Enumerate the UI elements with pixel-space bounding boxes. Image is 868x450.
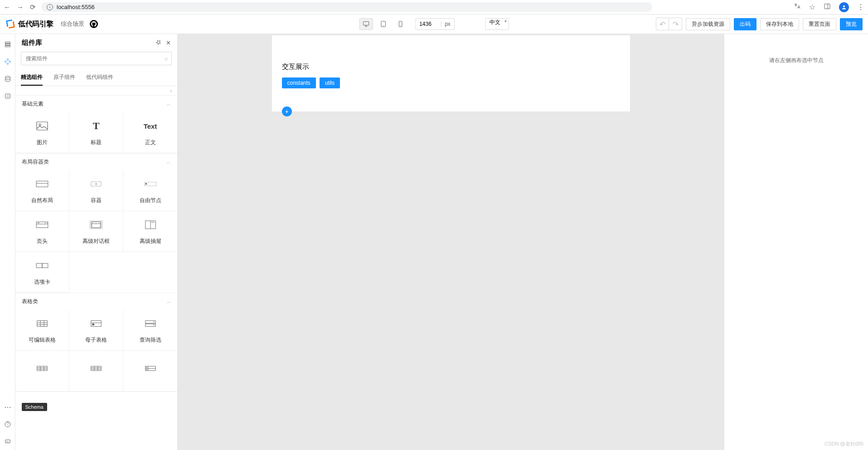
undo-button[interactable]: ↶: [656, 18, 669, 30]
github-icon[interactable]: [90, 20, 98, 28]
browser-actions: ☆ ⋮: [794, 2, 864, 12]
width-unit: px: [441, 21, 454, 27]
tab-lowcode[interactable]: 低代码组件: [86, 70, 113, 86]
undo-redo-group: ↶ ↷: [656, 18, 682, 30]
rail-lang-icon[interactable]: En: [4, 437, 12, 445]
svg-rect-11: [5, 44, 10, 45]
section-header-basic[interactable]: 基础元素 ︿: [15, 96, 177, 112]
section-table: 表格类 ︿ 可编辑表格 母子表格 查询筛选: [15, 293, 177, 392]
pin-icon[interactable]: [155, 39, 161, 47]
svg-rect-48: [92, 324, 94, 325]
panel-icon[interactable]: [824, 3, 831, 12]
right-panel: 请在左侧画布选中节点: [724, 34, 868, 450]
svg-rect-58: [91, 366, 101, 371]
translate-icon[interactable]: [794, 3, 801, 12]
svg-point-13: [5, 76, 10, 78]
forward-button[interactable]: →: [17, 3, 24, 11]
bookmark-icon[interactable]: ☆: [809, 3, 815, 11]
svg-rect-10: [5, 42, 10, 44]
close-panel-icon[interactable]: ✕: [166, 39, 171, 47]
comp-parent-child-table[interactable]: 母子表格: [69, 310, 123, 351]
app-header: 低代码引擎 综合场景 px 中文 ↶ ↷ 异步加载资源 出码 保存到本地 重置页…: [0, 15, 868, 34]
comp-tabs[interactable]: 选项卡: [15, 252, 69, 293]
comp-drawer[interactable]: 高级抽屉: [123, 211, 177, 252]
search-box: ⌕: [21, 52, 172, 65]
browser-nav: ← → ⟳: [4, 3, 36, 11]
canvas-btn-constants[interactable]: constants: [282, 77, 316, 88]
width-field[interactable]: [416, 21, 441, 27]
comp-title[interactable]: T 标题: [69, 112, 123, 153]
rail-help-icon[interactable]: [4, 420, 12, 428]
section-layout: 布局容器类 ︿ 自然布局 容器 自由节点: [15, 154, 177, 293]
add-component-fab[interactable]: +: [282, 106, 292, 116]
svg-rect-0: [824, 4, 830, 9]
comp-text[interactable]: Text 正文: [123, 112, 177, 153]
comp-dialog[interactable]: 高级对话框: [69, 211, 123, 252]
comp-table-extra-2[interactable]: [69, 351, 123, 392]
chevron-up-icon: ︿: [166, 101, 171, 107]
comp-table-extra-1[interactable]: [15, 351, 69, 392]
preview-button[interactable]: 预览: [840, 18, 863, 30]
async-load-button[interactable]: 异步加载资源: [686, 18, 730, 30]
section-header-layout[interactable]: 布局容器类 ︿: [15, 154, 177, 170]
svg-rect-53: [37, 366, 47, 371]
svg-rect-27: [145, 183, 146, 184]
canvas-area: 交互展示 constants utils +: [178, 34, 724, 450]
device-desktop-button[interactable]: [359, 18, 373, 30]
rail-outline-icon[interactable]: [4, 40, 12, 48]
codegen-button[interactable]: 出码: [734, 18, 756, 30]
tab-featured[interactable]: 精选组件: [21, 70, 43, 86]
device-mobile-button[interactable]: [393, 18, 407, 30]
rail-components-icon[interactable]: [4, 58, 12, 66]
device-switcher: px 中文: [359, 18, 509, 30]
canvas-btn-utils[interactable]: utils: [320, 77, 340, 88]
language-select[interactable]: 中文: [485, 18, 509, 30]
comp-container[interactable]: 容器: [69, 170, 123, 211]
comp-image[interactable]: 图片: [15, 112, 69, 153]
search-input[interactable]: [21, 52, 172, 65]
rail-more-icon[interactable]: ⋯ Schema: [4, 403, 12, 411]
device-tablet-button[interactable]: [376, 18, 390, 30]
comp-free-node[interactable]: 自由节点: [123, 170, 177, 211]
side-rail: JS ⋯ Schema En: [0, 34, 15, 450]
comp-query-filter[interactable]: 查询筛选: [123, 310, 177, 351]
canvas-title[interactable]: 交互展示: [282, 63, 630, 71]
comp-table-extra-3[interactable]: [123, 351, 177, 392]
panel-body: › 基础元素 ︿ 图片 T 标题: [15, 86, 177, 450]
browser-menu-icon[interactable]: ⋮: [857, 3, 864, 11]
svg-rect-34: [92, 222, 100, 228]
tab-atomic[interactable]: 原子组件: [53, 70, 75, 86]
search-icon[interactable]: ⌕: [165, 55, 168, 62]
save-local-button[interactable]: 保存到本地: [760, 18, 799, 30]
panel-tabs: 精选组件 原子组件 低代码组件: [15, 70, 177, 86]
svg-rect-12: [5, 46, 10, 47]
svg-rect-3: [363, 22, 369, 25]
comp-editable-table[interactable]: 可编辑表格: [15, 310, 69, 351]
section-header-table[interactable]: 表格类 ︿: [15, 293, 177, 310]
canvas-page[interactable]: 交互展示 constants utils +: [272, 35, 630, 111]
comp-natural-layout[interactable]: 自然布局: [15, 170, 69, 211]
chevron-up-icon: ︿: [166, 299, 171, 305]
browser-bar: ← → ⟳ i localhost:5556 ☆ ⋮: [0, 0, 868, 15]
url-text: localhost:5556: [57, 4, 95, 10]
logo-area: 低代码引擎 综合场景: [5, 19, 98, 29]
back-button[interactable]: ←: [4, 3, 10, 11]
profile-avatar-icon[interactable]: [839, 2, 849, 12]
chevron-up-icon: ︿: [166, 159, 171, 165]
rail-data-icon[interactable]: [4, 75, 12, 83]
rail-code-icon[interactable]: JS: [4, 92, 12, 100]
reset-page-button[interactable]: 重置页面: [803, 18, 836, 30]
svg-point-2: [843, 5, 845, 7]
svg-point-20: [39, 124, 41, 126]
comp-page-header[interactable]: 页头: [15, 211, 69, 252]
svg-rect-19: [37, 122, 48, 130]
scenario-text: 综合场景: [61, 20, 84, 28]
site-info-icon[interactable]: i: [47, 4, 53, 10]
svg-rect-40: [42, 263, 48, 268]
svg-rect-39: [36, 263, 42, 268]
reload-button[interactable]: ⟳: [30, 3, 36, 11]
redo-button[interactable]: ↷: [669, 18, 682, 30]
panel-title: 组件库: [22, 39, 42, 47]
url-bar[interactable]: i localhost:5556: [41, 2, 652, 12]
panel-header: 组件库 ✕: [15, 34, 177, 52]
